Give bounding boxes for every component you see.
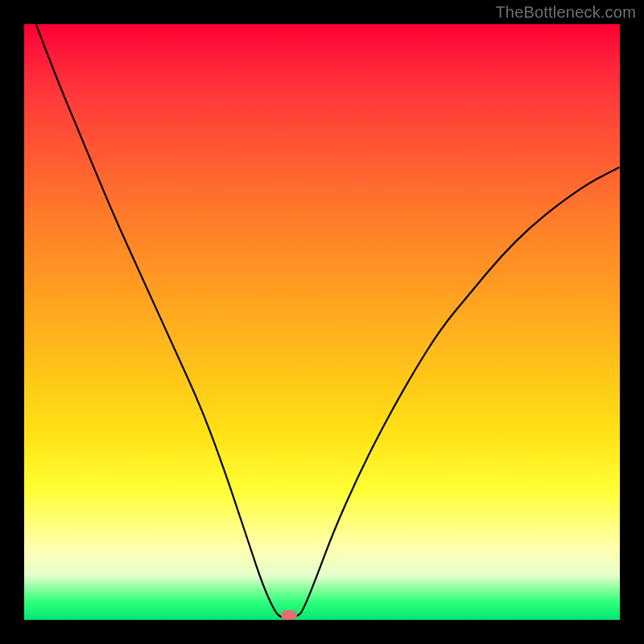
- plot-area: [24, 24, 620, 620]
- bottleneck-curve-path: [36, 24, 620, 617]
- watermark-text: TheBottleneck.com: [495, 3, 636, 22]
- bottleneck-curve-svg: [24, 24, 620, 620]
- chart-frame: TheBottleneck.com: [0, 0, 644, 644]
- minimum-marker-icon: [281, 610, 297, 620]
